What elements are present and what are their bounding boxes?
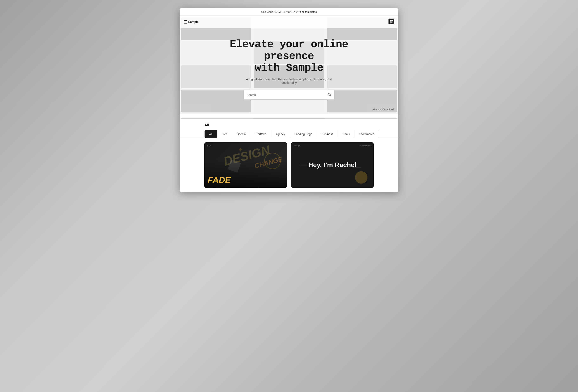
search-container [243, 90, 335, 100]
rachel-card-nav: Design Development [291, 145, 374, 147]
divider-line-2 [253, 118, 325, 119]
banner-text: Use Code "SAMPLE" for 10% Off all templa… [261, 10, 317, 13]
hero-content: Elevate your online presence with Sample… [180, 28, 398, 106]
fade-card-title: FADE [208, 176, 231, 184]
hero-title: Elevate your online presence with Sample [217, 39, 361, 74]
filter-tabs-wrapper: All Free Special Portfolio Agency Landin… [180, 127, 398, 138]
tab-landing-page[interactable]: Landing Page [290, 131, 317, 138]
hero-navbar: Sample [180, 16, 398, 28]
hero-section: Sample Elevate your online presence with… [180, 16, 398, 114]
divider-line-1 [181, 118, 253, 119]
tab-business[interactable]: Business [317, 131, 338, 138]
rachel-circle [355, 171, 367, 184]
template-grid-section: DESIGN CHANGE ✦ FADE FADE Design [180, 138, 398, 192]
rachel-nav-design: Design [294, 145, 300, 147]
hero-subtitle: A digital store template that embodies s… [237, 77, 341, 84]
template-grid: DESIGN CHANGE ✦ FADE FADE Design [204, 142, 374, 188]
framer-icon [388, 19, 394, 25]
rachel-card-title: Hey, I'm Rachel [308, 161, 356, 169]
tab-free[interactable]: Free [217, 131, 233, 138]
rachel-nav-development: Development [359, 145, 371, 147]
browser-window: Use Code "SAMPLE" for 10% Off all templa… [180, 8, 398, 192]
category-header: All [180, 119, 398, 127]
have-question-link[interactable]: Have a Question? [373, 108, 394, 111]
search-button[interactable] [328, 93, 331, 97]
section-divider [180, 114, 398, 119]
brand-logo[interactable]: Sample [184, 20, 198, 24]
tab-portfolio[interactable]: Portfolio [251, 131, 271, 138]
tab-special[interactable]: Special [232, 131, 251, 138]
fade-card-nav: FADE [204, 145, 287, 147]
svg-line-2 [330, 95, 331, 96]
tab-all[interactable]: All [205, 131, 217, 138]
divider-line-3 [325, 118, 397, 119]
tab-ecommerce[interactable]: Ecommerce [354, 131, 379, 138]
brand-logo-icon [184, 20, 187, 24]
template-card-fade[interactable]: DESIGN CHANGE ✦ FADE FADE [204, 142, 287, 188]
fade-nav-left: FADE [207, 145, 212, 147]
tab-saas[interactable]: SaaS [338, 131, 354, 138]
tab-agency[interactable]: Agency [271, 131, 290, 138]
top-banner: Use Code "SAMPLE" for 10% Off all templa… [180, 8, 398, 16]
brand-name: Sample [188, 20, 198, 24]
filter-tabs: All Free Special Portfolio Agency Landin… [204, 130, 379, 138]
all-label: All [204, 123, 374, 127]
hero-footer: Have a Question? [180, 106, 398, 114]
search-input[interactable] [247, 93, 328, 96]
template-card-rachel[interactable]: Design Development Hey, I'm Rachel [291, 142, 374, 188]
